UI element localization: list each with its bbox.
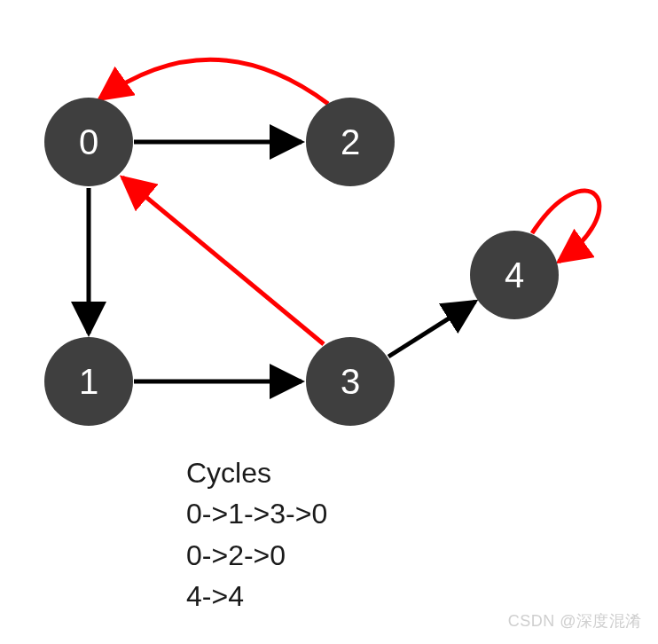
node-2: 2	[306, 98, 395, 186]
graph-canvas: 0 2 1 3 4 Cycles 0->1->3->0 0->2->0 4->4…	[0, 0, 658, 644]
node-0: 0	[44, 98, 133, 186]
node-3: 3	[306, 337, 395, 426]
edges-layer	[0, 0, 658, 644]
node-3-label: 3	[341, 362, 360, 402]
cycle-2: 0->2->0	[186, 535, 327, 576]
cycle-1: 0->1->3->0	[186, 493, 327, 534]
node-1-label: 1	[79, 362, 98, 402]
edge-2-0	[99, 59, 328, 104]
edge-3-0	[122, 177, 324, 344]
edge-3-4	[388, 302, 475, 357]
watermark-text: CSDN @深度混淆	[508, 610, 642, 632]
cycles-heading: Cycles	[186, 452, 327, 493]
node-2-label: 2	[341, 122, 360, 162]
node-1: 1	[44, 337, 133, 426]
cycles-list: Cycles 0->1->3->0 0->2->0 4->4	[186, 452, 327, 617]
node-4: 4	[470, 231, 559, 319]
node-4-label: 4	[505, 255, 524, 295]
node-0-label: 0	[79, 122, 98, 162]
cycle-3: 4->4	[186, 576, 327, 617]
